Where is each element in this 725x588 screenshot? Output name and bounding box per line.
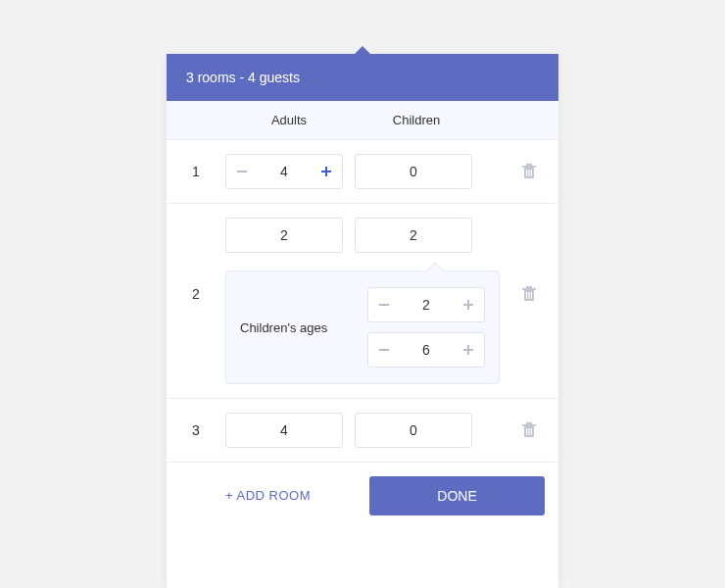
children-stepper[interactable]: 2 [355,218,472,253]
panel-header: 3 rooms - 4 guests [167,54,558,101]
children-value: 2 [363,227,463,243]
svg-rect-8 [531,170,532,176]
svg-rect-17 [526,286,532,288]
room-row: 3 4 0 [167,399,558,463]
age-value: 6 [392,342,460,358]
trash-icon[interactable] [522,164,536,179]
trash-icon[interactable] [522,286,536,302]
ages-label: Children's ages [240,320,352,335]
minus-icon[interactable] [376,342,392,358]
room-row: 2 2 2 Children's ages 2 [167,204,558,399]
add-room-button[interactable]: + ADD ROOM [180,476,356,515]
column-headers: Adults Children [167,101,558,140]
plus-icon[interactable] [460,297,476,313]
children-value: 0 [363,164,463,179]
children-stepper[interactable]: 0 [355,154,472,189]
svg-rect-4 [522,166,536,168]
room-row: 1 4 0 [167,140,558,204]
svg-rect-6 [526,170,527,176]
svg-rect-25 [528,428,529,435]
svg-rect-22 [522,424,536,426]
adults-value: 4 [234,422,334,438]
svg-rect-16 [522,288,536,290]
svg-rect-7 [528,170,529,176]
svg-rect-19 [528,292,529,299]
adults-stepper[interactable]: 4 [225,154,343,189]
plus-icon[interactable] [318,164,334,179]
age-stepper[interactable]: 2 [367,287,485,322]
svg-rect-23 [526,422,532,424]
svg-rect-24 [526,428,527,435]
room-index: 1 [167,154,225,179]
svg-rect-20 [531,292,532,299]
minus-icon[interactable] [376,297,392,313]
age-stepper[interactable]: 6 [367,332,485,368]
children-header: Children [353,113,480,127]
adults-stepper[interactable]: 2 [225,218,343,253]
trash-icon[interactable] [522,422,536,438]
svg-rect-18 [526,292,527,299]
adults-value: 2 [234,227,334,243]
adults-stepper[interactable]: 4 [225,413,343,448]
room-index: 3 [167,413,225,438]
guest-picker-panel: 3 rooms - 4 guests Adults Children 1 4 [167,54,558,588]
adults-header: Adults [225,113,353,127]
svg-rect-5 [526,164,532,166]
children-value: 0 [363,422,463,438]
minus-icon[interactable] [234,164,250,179]
panel-footer: + ADD ROOM DONE [167,463,558,529]
children-stepper[interactable]: 0 [355,413,472,448]
svg-rect-26 [531,428,532,435]
summary-text: 3 rooms - 4 guests [186,70,300,85]
plus-icon[interactable] [460,342,476,358]
done-button[interactable]: DONE [369,476,545,515]
adults-value: 4 [250,164,318,179]
age-value: 2 [392,297,460,313]
children-ages-box: Children's ages 2 [225,270,500,384]
room-index: 2 [167,218,225,302]
